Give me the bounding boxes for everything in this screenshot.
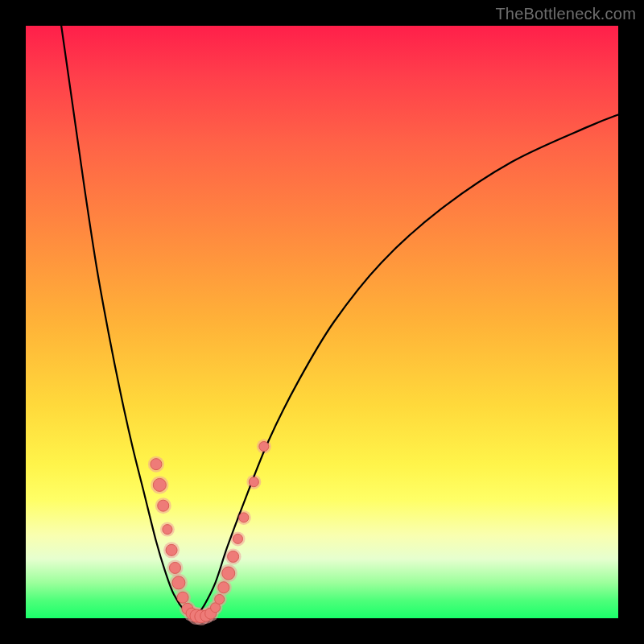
data-point — [151, 459, 162, 470]
data-point — [169, 562, 180, 573]
left-curve — [61, 26, 195, 618]
data-point — [177, 592, 188, 603]
chart-frame: TheBottleneck.com — [0, 0, 644, 644]
chart-svg — [26, 26, 618, 618]
data-point — [249, 477, 258, 487]
data-point — [158, 500, 169, 511]
data-point — [163, 525, 172, 535]
watermark-text: TheBottleneck.com — [495, 5, 636, 23]
plot-area — [26, 26, 618, 618]
data-point — [153, 478, 166, 491]
data-point — [172, 576, 185, 589]
data-point — [218, 582, 229, 593]
data-point — [239, 513, 249, 522]
data-point — [233, 534, 242, 543]
data-point — [215, 594, 225, 604]
data-point — [228, 551, 239, 562]
data-point — [259, 442, 269, 452]
right-curve — [195, 114, 618, 618]
data-point — [222, 567, 235, 580]
data-point — [166, 544, 177, 555]
